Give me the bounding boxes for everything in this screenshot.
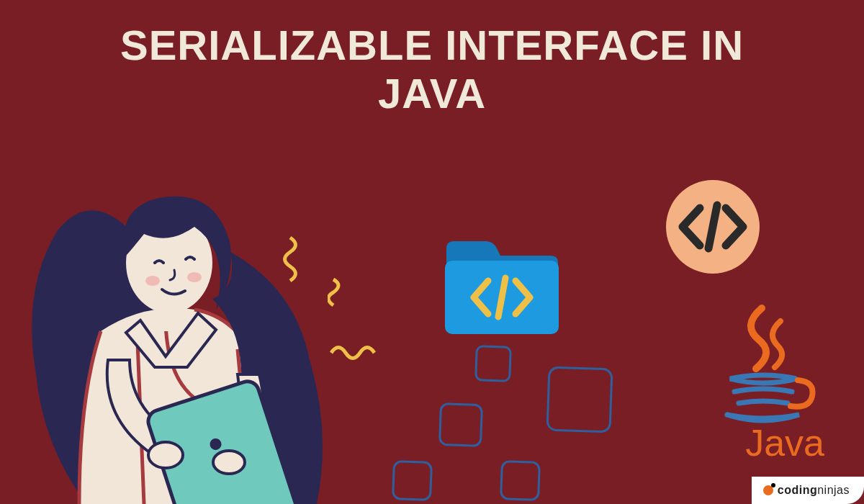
squiggle-icon xyxy=(283,234,312,284)
page-title: SERIALIZABLE INTERFACE IN JAVA xyxy=(108,22,756,117)
decorative-square xyxy=(546,366,613,433)
brand-light: ninjas xyxy=(817,484,850,496)
svg-point-1 xyxy=(145,276,160,286)
decorative-square xyxy=(500,460,541,501)
woman-with-tablet-illustration xyxy=(14,144,331,504)
svg-point-5 xyxy=(148,442,183,468)
brand-name: codingninjas xyxy=(778,484,850,497)
java-label: Java xyxy=(745,421,824,464)
brand-bold: coding xyxy=(778,484,817,496)
decorative-square xyxy=(392,460,433,501)
svg-point-6 xyxy=(213,451,245,474)
svg-point-2 xyxy=(187,272,202,282)
brand-logo-icon xyxy=(763,485,773,495)
squiggle-icon xyxy=(328,342,378,364)
decorative-square xyxy=(474,345,512,382)
code-folder-icon xyxy=(439,238,562,338)
squiggle-icon xyxy=(328,276,354,312)
watermark-badge: codingninjas xyxy=(752,477,864,504)
decorative-square xyxy=(438,402,483,447)
code-brackets-icon xyxy=(662,176,763,277)
